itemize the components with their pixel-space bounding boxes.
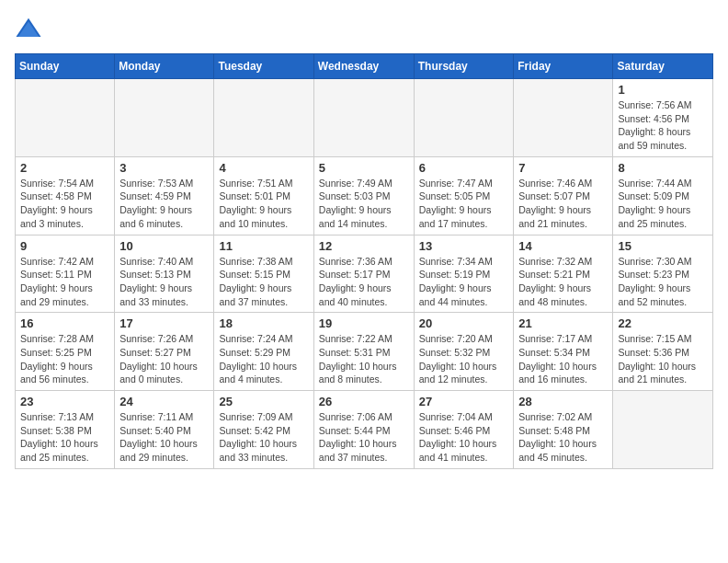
calendar-cell: 13Sunrise: 7:34 AM Sunset: 5:19 PM Dayli… <box>414 235 514 313</box>
calendar-cell: 16Sunrise: 7:28 AM Sunset: 5:25 PM Dayli… <box>16 313 115 391</box>
calendar-cell: 22Sunrise: 7:15 AM Sunset: 5:36 PM Dayli… <box>613 313 713 391</box>
day-number: 22 <box>618 316 708 330</box>
calendar-cell: 7Sunrise: 7:46 AM Sunset: 5:07 PM Daylig… <box>514 156 613 235</box>
day-number: 10 <box>119 239 209 253</box>
calendar-cell: 6Sunrise: 7:47 AM Sunset: 5:05 PM Daylig… <box>414 156 514 235</box>
calendar-week-row: 2Sunrise: 7:54 AM Sunset: 4:58 PM Daylig… <box>16 156 713 235</box>
day-number: 6 <box>419 161 509 175</box>
calendar-cell: 1Sunrise: 7:56 AM Sunset: 4:56 PM Daylig… <box>613 79 713 157</box>
calendar-cell <box>214 79 313 157</box>
day-number: 14 <box>518 239 608 253</box>
day-number: 20 <box>419 316 509 330</box>
day-info: Sunrise: 7:02 AM Sunset: 5:48 PM Dayligh… <box>518 410 608 465</box>
day-info: Sunrise: 7:53 AM Sunset: 4:59 PM Dayligh… <box>119 177 209 231</box>
calendar-cell: 9Sunrise: 7:42 AM Sunset: 5:11 PM Daylig… <box>16 235 115 313</box>
calendar-cell: 15Sunrise: 7:30 AM Sunset: 5:23 PM Dayli… <box>613 235 713 313</box>
day-number: 15 <box>618 239 708 253</box>
day-info: Sunrise: 7:44 AM Sunset: 5:09 PM Dayligh… <box>618 177 708 231</box>
weekday-header: Thursday <box>414 54 514 79</box>
calendar-cell: 5Sunrise: 7:49 AM Sunset: 5:03 PM Daylig… <box>313 156 414 235</box>
day-number: 2 <box>20 161 109 175</box>
day-number: 9 <box>20 239 109 253</box>
calendar-cell: 21Sunrise: 7:17 AM Sunset: 5:34 PM Dayli… <box>514 313 613 391</box>
weekday-header: Tuesday <box>214 54 313 79</box>
calendar-cell: 10Sunrise: 7:40 AM Sunset: 5:13 PM Dayli… <box>115 235 214 313</box>
calendar-week-row: 23Sunrise: 7:13 AM Sunset: 5:38 PM Dayli… <box>16 391 713 469</box>
calendar-cell: 17Sunrise: 7:26 AM Sunset: 5:27 PM Dayli… <box>115 313 214 391</box>
calendar-week-row: 9Sunrise: 7:42 AM Sunset: 5:11 PM Daylig… <box>16 235 713 313</box>
day-number: 24 <box>119 395 209 408</box>
day-info: Sunrise: 7:34 AM Sunset: 5:19 PM Dayligh… <box>419 255 509 309</box>
day-info: Sunrise: 7:54 AM Sunset: 4:58 PM Dayligh… <box>20 177 109 231</box>
day-info: Sunrise: 7:26 AM Sunset: 5:27 PM Dayligh… <box>119 332 209 386</box>
day-info: Sunrise: 7:06 AM Sunset: 5:44 PM Dayligh… <box>319 410 409 465</box>
calendar-cell <box>414 79 514 157</box>
page-header <box>15 15 713 42</box>
day-info: Sunrise: 7:40 AM Sunset: 5:13 PM Dayligh… <box>119 255 209 309</box>
day-info: Sunrise: 7:51 AM Sunset: 5:01 PM Dayligh… <box>219 177 308 231</box>
calendar-cell: 25Sunrise: 7:09 AM Sunset: 5:42 PM Dayli… <box>214 391 313 469</box>
calendar-cell: 24Sunrise: 7:11 AM Sunset: 5:40 PM Dayli… <box>115 391 214 469</box>
day-number: 8 <box>618 161 708 175</box>
calendar-cell: 12Sunrise: 7:36 AM Sunset: 5:17 PM Dayli… <box>313 235 414 313</box>
calendar-cell: 20Sunrise: 7:20 AM Sunset: 5:32 PM Dayli… <box>414 313 514 391</box>
day-info: Sunrise: 7:09 AM Sunset: 5:42 PM Dayligh… <box>219 410 308 465</box>
day-number: 16 <box>20 316 109 330</box>
weekday-header: Wednesday <box>313 54 414 79</box>
day-info: Sunrise: 7:38 AM Sunset: 5:15 PM Dayligh… <box>219 255 308 309</box>
day-number: 19 <box>319 316 409 330</box>
calendar-cell: 23Sunrise: 7:13 AM Sunset: 5:38 PM Dayli… <box>16 391 115 469</box>
calendar-cell: 18Sunrise: 7:24 AM Sunset: 5:29 PM Dayli… <box>214 313 313 391</box>
day-number: 21 <box>518 316 608 330</box>
calendar: SundayMondayTuesdayWednesdayThursdayFrid… <box>15 53 713 469</box>
calendar-cell <box>613 391 713 469</box>
day-number: 1 <box>618 83 708 97</box>
day-number: 12 <box>319 239 409 253</box>
logo <box>15 15 46 42</box>
weekday-header: Monday <box>115 54 214 79</box>
day-info: Sunrise: 7:04 AM Sunset: 5:46 PM Dayligh… <box>419 410 509 465</box>
day-number: 7 <box>518 161 608 175</box>
day-info: Sunrise: 7:22 AM Sunset: 5:31 PM Dayligh… <box>319 332 409 386</box>
day-info: Sunrise: 7:47 AM Sunset: 5:05 PM Dayligh… <box>419 177 509 231</box>
day-info: Sunrise: 7:36 AM Sunset: 5:17 PM Dayligh… <box>319 255 409 309</box>
calendar-cell: 19Sunrise: 7:22 AM Sunset: 5:31 PM Dayli… <box>313 313 414 391</box>
calendar-cell: 2Sunrise: 7:54 AM Sunset: 4:58 PM Daylig… <box>16 156 115 235</box>
calendar-cell: 27Sunrise: 7:04 AM Sunset: 5:46 PM Dayli… <box>414 391 514 469</box>
day-number: 13 <box>419 239 509 253</box>
day-number: 25 <box>219 395 308 408</box>
day-number: 18 <box>219 316 308 330</box>
calendar-cell <box>514 79 613 157</box>
day-number: 28 <box>518 395 608 408</box>
calendar-week-row: 1Sunrise: 7:56 AM Sunset: 4:56 PM Daylig… <box>16 79 713 157</box>
day-number: 3 <box>119 161 209 175</box>
day-info: Sunrise: 7:46 AM Sunset: 5:07 PM Dayligh… <box>518 177 608 231</box>
calendar-cell: 26Sunrise: 7:06 AM Sunset: 5:44 PM Dayli… <box>313 391 414 469</box>
calendar-cell: 3Sunrise: 7:53 AM Sunset: 4:59 PM Daylig… <box>115 156 214 235</box>
calendar-cell <box>115 79 214 157</box>
calendar-cell <box>313 79 414 157</box>
weekday-header: Friday <box>514 54 613 79</box>
calendar-cell: 11Sunrise: 7:38 AM Sunset: 5:15 PM Dayli… <box>214 235 313 313</box>
day-info: Sunrise: 7:42 AM Sunset: 5:11 PM Dayligh… <box>20 255 109 309</box>
calendar-cell: 14Sunrise: 7:32 AM Sunset: 5:21 PM Dayli… <box>514 235 613 313</box>
day-number: 17 <box>119 316 209 330</box>
calendar-cell: 28Sunrise: 7:02 AM Sunset: 5:48 PM Dayli… <box>514 391 613 469</box>
day-info: Sunrise: 7:11 AM Sunset: 5:40 PM Dayligh… <box>119 410 209 465</box>
day-info: Sunrise: 7:32 AM Sunset: 5:21 PM Dayligh… <box>518 255 608 309</box>
calendar-cell: 8Sunrise: 7:44 AM Sunset: 5:09 PM Daylig… <box>613 156 713 235</box>
day-info: Sunrise: 7:15 AM Sunset: 5:36 PM Dayligh… <box>618 332 708 386</box>
weekday-header: Saturday <box>613 54 713 79</box>
day-number: 23 <box>20 395 109 408</box>
calendar-week-row: 16Sunrise: 7:28 AM Sunset: 5:25 PM Dayli… <box>16 313 713 391</box>
day-info: Sunrise: 7:24 AM Sunset: 5:29 PM Dayligh… <box>219 332 308 386</box>
day-info: Sunrise: 7:49 AM Sunset: 5:03 PM Dayligh… <box>319 177 409 231</box>
weekday-header: Sunday <box>16 54 115 79</box>
day-info: Sunrise: 7:20 AM Sunset: 5:32 PM Dayligh… <box>419 332 509 386</box>
day-number: 11 <box>219 239 308 253</box>
day-info: Sunrise: 7:13 AM Sunset: 5:38 PM Dayligh… <box>20 410 109 465</box>
day-info: Sunrise: 7:28 AM Sunset: 5:25 PM Dayligh… <box>20 332 109 386</box>
day-number: 4 <box>219 161 308 175</box>
calendar-cell: 4Sunrise: 7:51 AM Sunset: 5:01 PM Daylig… <box>214 156 313 235</box>
day-info: Sunrise: 7:30 AM Sunset: 5:23 PM Dayligh… <box>618 255 708 309</box>
